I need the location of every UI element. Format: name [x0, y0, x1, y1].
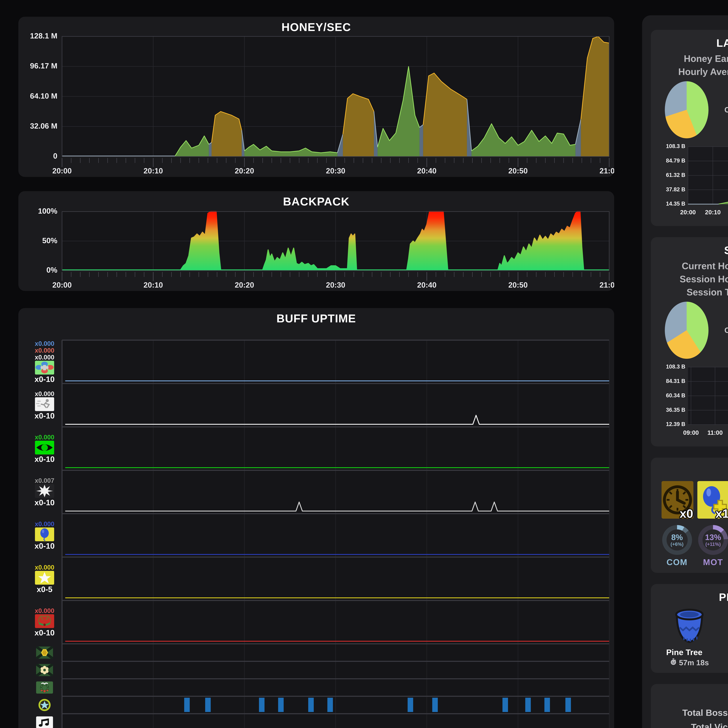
- session-stat-row: Session Honey95.90 B: [659, 274, 728, 284]
- session-pie-row: Gather00:26:3141%Convert00:16:0825%Other…: [659, 302, 728, 359]
- last-hour-stat-rows: Honey Earned93.93 B▲Hourly Average89.09 …: [659, 53, 728, 77]
- buff-tile-multiplier: x0: [680, 506, 693, 521]
- planter-timer-text: 57m 18s: [679, 658, 709, 667]
- music-note-icon: [36, 716, 53, 728]
- buff-tile: x0: [661, 481, 693, 518]
- planter-spider: Spider57m 18s: [720, 607, 728, 667]
- session-legend-label: Convert: [717, 326, 728, 335]
- last-hour-mini-chart: [659, 142, 728, 220]
- antlers-icon: [35, 614, 54, 628]
- crescent-moon-icon: [705, 647, 713, 657]
- backpack-title: BACKPACK: [18, 195, 614, 208]
- session-stat-row: Session Time01:04:35: [659, 287, 728, 298]
- session-legend-label: Gather: [717, 314, 728, 322]
- session-panel: SESSION Current Honey108.3 BSession Hone…: [651, 237, 728, 447]
- buff-row-icons: [23, 716, 66, 728]
- buff-gauges: 8%(+6%)COM13%(+11%)MOT0%SAT13%REF3%INV: [659, 525, 728, 567]
- buff-row-icons: [23, 664, 66, 676]
- session-title: SESSION: [659, 244, 728, 257]
- stopwatch-icon: [670, 658, 677, 667]
- stats-row: Total Boss Kills0: [659, 708, 728, 718]
- buff-tiles: x0x1x3.24x0x0: [659, 481, 728, 518]
- buff-multiplier-label: x0.000: [35, 390, 55, 397]
- last-hour-pie-chart: [665, 81, 708, 138]
- planter-row: Pine Tree57m 18sSpider57m 18sRose57m 18s: [659, 607, 728, 667]
- buff-row-icons: [23, 647, 66, 659]
- buff-range-label: x0-10: [35, 628, 55, 637]
- stats-label: Total Boss Kills: [659, 708, 728, 718]
- buff-range-label: x0-10: [35, 411, 55, 420]
- blue-balloon-icon: [35, 528, 54, 541]
- session-stat-row: Current Honey108.3 B: [659, 261, 728, 271]
- buff-multiplier-label: x0.007: [35, 477, 55, 484]
- buff-multiplier-label: x0.000: [35, 564, 55, 571]
- gauge-value: 8%: [671, 533, 683, 541]
- flower-boost-icon: [35, 361, 54, 375]
- last-hour-legend-label: Convert: [717, 106, 728, 114]
- buffs-panel: BUFFS x0x1x3.24x0x0 8%(+6%)COM13%(+11%)M…: [651, 457, 728, 573]
- last-hour-legend-row: Gather00:26:3144%: [717, 93, 728, 102]
- honey-sec-title: HONEY/SEC: [18, 20, 614, 34]
- stats-title: STATS: [659, 691, 728, 704]
- gauge-ring: 13%(+11%): [698, 525, 728, 555]
- gauge-label: MOT: [703, 557, 723, 567]
- hex-badge-icon: [36, 647, 53, 659]
- buff-row-icons: x0.000x0-10: [23, 434, 66, 463]
- buff-multiplier-label: x0.000: [35, 607, 55, 614]
- buff-multiplier-label: x0.000: [35, 520, 55, 528]
- session-stat-label: Session Honey: [659, 274, 728, 284]
- planters-panel: PLANTERS Pine Tree57m 18sSpider57m 18sRo…: [651, 584, 728, 673]
- session-mini-chart: [659, 362, 728, 440]
- star-medal-icon: [36, 699, 53, 711]
- planter-timer: 57m 18s: [670, 658, 709, 667]
- buff-row-icons: x0.000x0-5: [23, 564, 66, 594]
- gauge-mot: 13%(+11%)MOT: [697, 525, 728, 567]
- session-legend-row: Other00:21:5634%: [717, 338, 728, 347]
- buff-multiplier-label: x0.000: [35, 347, 55, 354]
- buff-tile-multiplier: x1: [716, 506, 728, 521]
- buff-row-icons: x0.000x0-10: [23, 390, 66, 420]
- session-pie-chart: [665, 302, 708, 359]
- honey-sec-chart: [18, 17, 614, 177]
- stats-rows: Total Boss Kills0Total Vic Kills0Total B…: [659, 708, 728, 728]
- pine-tree-planter-icon: [671, 607, 708, 647]
- buff-uptime-title: BUFF UPTIME: [18, 312, 614, 325]
- last-hour-legend-label: Gather: [717, 93, 728, 102]
- buff-range-label: x0-5: [37, 585, 52, 594]
- buff-range-label: x0-10: [35, 375, 55, 384]
- stats-panel: STATS Total Boss Kills0Total Vic Kills0T…: [651, 684, 728, 728]
- buffs-title: BUFFS: [659, 465, 728, 477]
- buff-row-icons: x0.000x0-10: [23, 520, 66, 551]
- planter-name-text: Pine Tree: [666, 647, 702, 657]
- last-hour-stat-row: Honey Earned93.93 B▲: [659, 53, 728, 64]
- last-hour-stat-row: Hourly Average89.09 B(+248%): [659, 66, 728, 77]
- wreath-icon: [36, 681, 53, 694]
- right-sidebar: LAST HOUR Honey Earned93.93 B▲Hourly Ave…: [642, 15, 728, 728]
- session-stat-label: Current Honey: [659, 261, 728, 271]
- session-stat-label: Session Time: [659, 287, 728, 298]
- buff-range-label: x0-10: [35, 498, 55, 507]
- last-hour-stat-label: Hourly Average: [659, 66, 728, 77]
- session-stat-rows: Current Honey108.3 BSession Honey95.90 B…: [659, 261, 728, 298]
- gauge-value-wrap: 13%(+11%): [698, 525, 728, 555]
- buff-row-icons: x0.000x0-10: [23, 607, 66, 637]
- buff-row-icons: x0.000x0.000x0.000x0-10: [23, 340, 66, 384]
- buff-row-icons: x0.007x0-10: [23, 477, 66, 507]
- last-hour-stat-label: Honey Earned: [659, 53, 728, 64]
- buff-row-icons: [23, 681, 66, 694]
- gauge-subvalue: (+6%): [671, 541, 684, 547]
- gauge-subvalue: (+11%): [705, 541, 721, 547]
- starburst-icon: [35, 484, 54, 498]
- buff-multiplier-label: x0.000: [35, 354, 55, 361]
- buff-row-icons: [23, 699, 66, 711]
- buff-icon-gutter: x0.000x0.000x0.000x0-10x0.000x0-10x0.000…: [18, 308, 614, 728]
- focus-eye-icon: [35, 440, 54, 454]
- gauge-label: COM: [667, 557, 688, 567]
- statmonitor-dashboard: HONEY/SEC BACKPACK BUFF UPTIME x0.000x0.…: [0, 0, 728, 728]
- gauge-com: 8%(+6%)COM: [661, 525, 694, 567]
- buff-uptime-panel: BUFF UPTIME x0.000x0.000x0.000x0-10x0.00…: [18, 308, 614, 728]
- yellow-star-icon: [35, 571, 54, 585]
- session-legend-row: Convert00:16:0825%: [717, 326, 728, 335]
- buff-multiplier-label: x0.000: [35, 340, 55, 347]
- planter-pine-tree: Pine Tree57m 18s: [660, 607, 719, 667]
